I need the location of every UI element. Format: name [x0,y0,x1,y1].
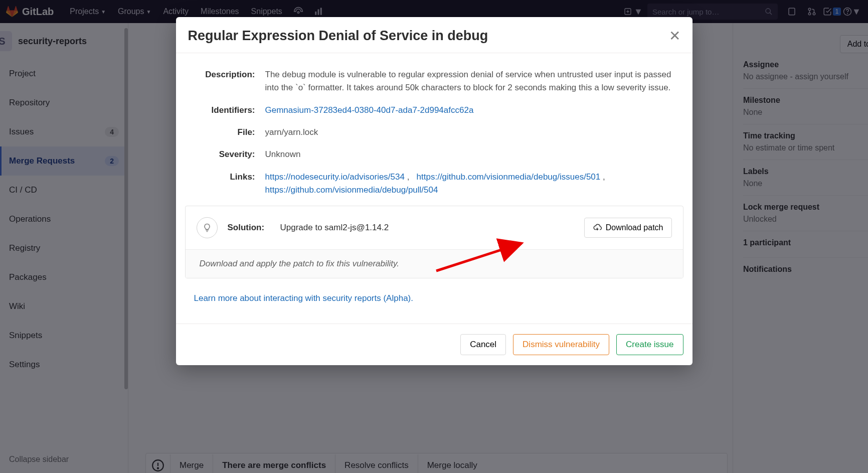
links-label: Links: [185,171,265,197]
identifiers-label: Identifiers: [185,104,265,117]
solution-hint: Download and apply the patch to fix this… [186,249,683,278]
solution-panel: Solution: Upgrade to saml2-js@1.14.2 Dow… [185,206,683,278]
create-issue-button[interactable]: Create issue [616,334,683,355]
severity-value: Unknown [265,148,301,161]
description-text: The debug module is vulnerable to regula… [265,68,683,95]
lightbulb-icon [197,217,218,238]
learn-more-link[interactable]: Learn more about interacting with securi… [194,293,413,303]
description-label: Description: [185,68,265,95]
vuln-link-2[interactable]: https://github.com/visionmedia/debug/iss… [417,172,601,182]
dismiss-vulnerability-button[interactable]: Dismiss vulnerability [513,334,609,355]
vulnerability-modal: Regular Expression Denial of Service in … [176,17,692,365]
solution-label: Solution: [228,223,270,233]
vuln-link-1[interactable]: https://nodesecurity.io/advisories/534 [265,172,405,182]
modal-title: Regular Expression Denial of Service in … [188,28,488,44]
severity-label: Severity: [185,148,265,161]
links-value: https://nodesecurity.io/advisories/534 ,… [265,171,605,197]
solution-text: Upgrade to saml2-js@1.14.2 [280,223,574,233]
close-icon[interactable]: ✕ [669,29,680,43]
cancel-button[interactable]: Cancel [460,334,506,355]
vuln-link-3[interactable]: https://github.com/visionmedia/debug/pul… [265,185,438,195]
download-patch-button[interactable]: Download patch [584,218,672,238]
identifier-link[interactable]: Gemnasium-37283ed4-0380-40d7-ada7-2d994a… [265,105,474,115]
file-value: yarn/yarn.lock [265,126,318,139]
cloud-download-icon [593,223,602,232]
download-patch-label: Download patch [606,223,663,232]
file-label: File: [185,126,265,139]
